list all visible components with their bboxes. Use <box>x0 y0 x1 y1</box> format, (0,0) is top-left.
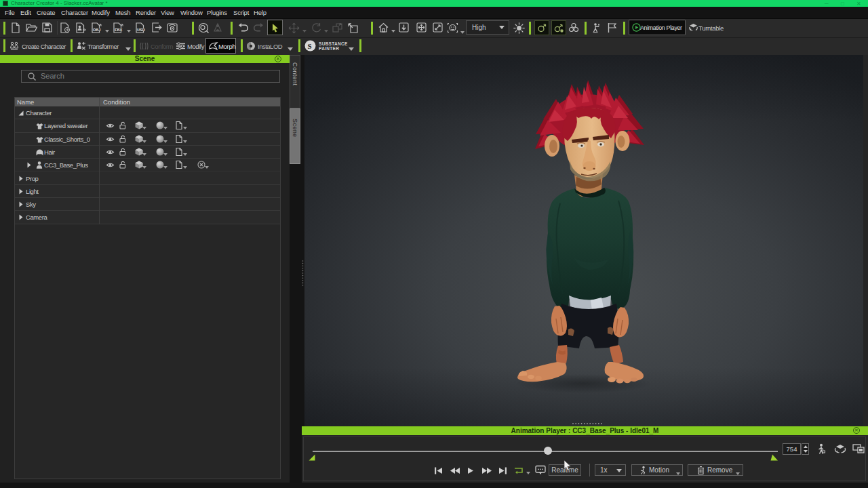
svg-text:OBJ: OBJ <box>93 28 100 32</box>
svg-text:USD: USD <box>137 28 145 32</box>
svg-text:FBX: FBX <box>115 28 122 32</box>
svg-text:S: S <box>308 42 312 50</box>
